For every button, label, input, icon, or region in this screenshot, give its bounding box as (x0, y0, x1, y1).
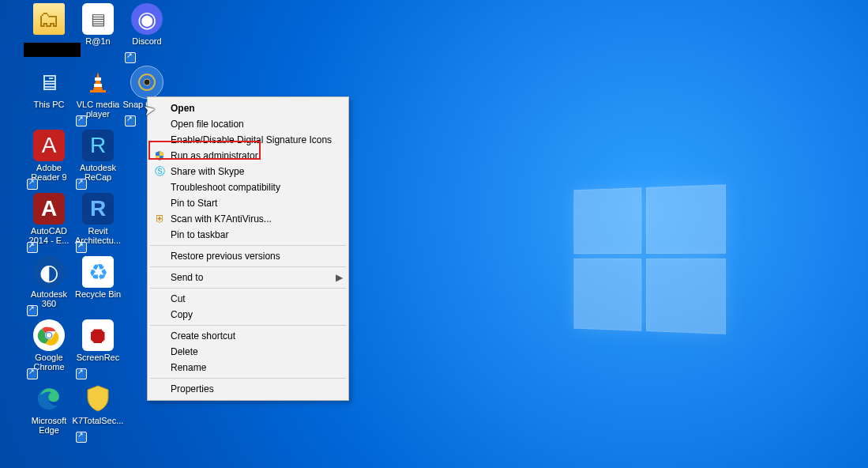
context-menu: Open Open file location Enable/Disable D… (147, 96, 349, 401)
icon-recycle-bin[interactable]: ♻ Recycle Bin (73, 256, 123, 316)
icon-revit[interactable]: R Revit Architectu... (73, 193, 123, 253)
separator (150, 325, 346, 326)
menu-pin-to-start[interactable]: Pin to Start (148, 195, 348, 211)
autocad-icon: A (33, 193, 65, 225)
separator (150, 245, 346, 246)
menu-troubleshoot[interactable]: Troubleshoot compatibility (148, 179, 348, 195)
chrome-icon (33, 319, 65, 351)
screenrec-icon: ⏺ (82, 319, 114, 351)
icon-screenrec[interactable]: ⏺ ScreenRec (73, 319, 123, 379)
k7-icon (82, 383, 114, 414)
label: K7TotalSec... (73, 416, 124, 425)
menu-scan-k7[interactable]: ⛨ Scan with K7AntiVirus... (148, 211, 348, 227)
icon-microsoft-edge[interactable]: Microsoft Edge (24, 383, 74, 443)
label: Recycle Bin (75, 289, 121, 299)
revit-icon: R (82, 193, 114, 225)
svg-rect-6 (90, 90, 106, 92)
icon-autodesk-recap[interactable]: R Autodesk ReCap (73, 130, 123, 190)
menu-cut[interactable]: Cut (148, 291, 348, 307)
label: R@1n (85, 36, 110, 46)
icon-discord[interactable]: ◉ Discord (122, 3, 172, 63)
icon-this-pc[interactable]: 🖥 This PC (24, 66, 74, 126)
redacted-label (24, 43, 81, 57)
discord-icon: ◉ (131, 3, 163, 35)
recycle-bin-icon: ♻ (82, 256, 114, 288)
folder-icon: 🗂 (33, 3, 65, 35)
svg-rect-5 (94, 84, 102, 87)
submenu-arrow-icon: ▶ (336, 270, 343, 285)
menu-signature-icons[interactable]: Enable/Disable Digital Signature Icons (148, 132, 348, 148)
menu-restore-versions[interactable]: Restore previous versions (148, 248, 348, 264)
vlc-icon (82, 66, 114, 98)
menu-run-as-admin[interactable]: Run as administrator (148, 148, 348, 164)
menu-properties[interactable]: Properties (148, 381, 348, 397)
skype-icon: Ⓢ (153, 165, 166, 178)
separator (150, 266, 346, 267)
text-file-icon: ▤ (82, 3, 114, 35)
label: ScreenRec (77, 353, 119, 362)
label: Discord (132, 36, 161, 46)
recap-icon: R (82, 130, 114, 161)
windows-logo (573, 184, 723, 332)
menu-rename[interactable]: Rename (148, 360, 348, 376)
icon-autocad[interactable]: A AutoCAD 2014 - E... (24, 193, 74, 253)
shield-icon (153, 149, 166, 162)
menu-send-to[interactable]: Send to ▶ (148, 270, 348, 285)
pc-icon: 🖥 (33, 66, 65, 98)
edge-icon (33, 383, 65, 414)
icon-google-chrome[interactable]: Google Chrome (24, 319, 74, 379)
menu-pin-to-taskbar[interactable]: Pin to taskbar (148, 227, 348, 243)
label: Microsoft Edge (32, 416, 67, 435)
icon-k7-total-security[interactable]: K7TotalSec... (73, 383, 123, 443)
icon-vlc[interactable]: VLC media player (73, 66, 123, 126)
icon-adobe-reader[interactable]: A Adobe Reader 9 (24, 130, 74, 190)
snap-camera-icon (131, 66, 163, 98)
separator (150, 288, 346, 289)
label: This PC (33, 100, 64, 109)
menu-share-skype[interactable]: Ⓢ Share with Skype (148, 164, 348, 179)
label: Google Chrome (33, 353, 64, 372)
adobe-reader-icon: A (33, 130, 65, 161)
menu-create-shortcut[interactable]: Create shortcut (148, 328, 348, 344)
k7-shield-icon: ⛨ (153, 213, 166, 225)
menu-copy[interactable]: Copy (148, 307, 348, 323)
svg-rect-4 (95, 77, 101, 81)
menu-delete[interactable]: Delete (148, 344, 348, 360)
menu-open[interactable]: Open (148, 100, 348, 116)
autodesk360-icon: ◐ (33, 256, 65, 288)
icon-autodesk-360[interactable]: ◐ Autodesk 360 (24, 256, 74, 316)
separator (150, 378, 346, 379)
svg-point-8 (144, 79, 150, 85)
svg-marker-3 (93, 72, 103, 90)
svg-point-2 (47, 333, 51, 338)
menu-open-file-location[interactable]: Open file location (148, 116, 348, 132)
